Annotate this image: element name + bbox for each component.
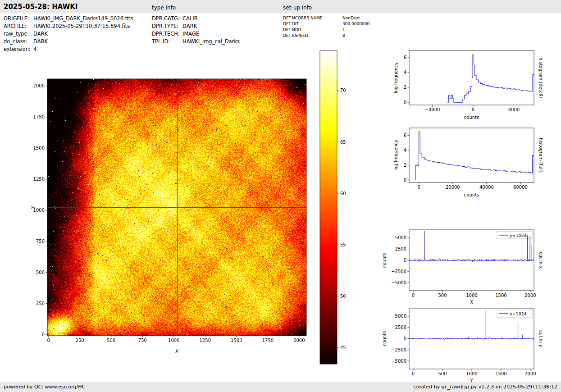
x-tick-label: 2000	[525, 371, 536, 376]
legend-label: y=1024	[510, 233, 527, 238]
hist-full-plot: 02000040000600000246countslog frequencyh…	[380, 123, 554, 206]
y-tick-label: 250	[36, 301, 45, 306]
x-tick-label: 60000	[513, 185, 528, 190]
histogram-line	[447, 55, 534, 102]
x-tick-label: 4000	[508, 107, 520, 112]
charts-area: 0250500750100012501500175020000250500750…	[0, 0, 561, 392]
x-axis-label: X	[175, 349, 178, 354]
y-tick-label: 1750	[33, 114, 45, 119]
footer-bar: powered by QC: www.eso.org/HC created by…	[0, 382, 561, 392]
x-tick-label: 0	[418, 185, 420, 190]
y-tick-label: 4	[404, 70, 406, 75]
y-tick-label: −2500	[391, 347, 406, 352]
main-image-plot: 0250500750100012501500175020000250500750…	[18, 73, 327, 359]
cut-noise-line	[410, 337, 534, 340]
x-tick-label: −4000	[425, 107, 440, 112]
x-tick-label: 1000	[466, 371, 477, 376]
y-tick-label: 0	[404, 336, 406, 341]
colorbar-tick-label: 65	[340, 140, 346, 145]
y-axis-label: Y	[31, 205, 36, 209]
histogram-line	[415, 131, 534, 180]
y-tick-label: 2	[404, 163, 406, 168]
legend-label: x=1024	[510, 311, 527, 316]
x-axis-label: counts	[464, 192, 479, 197]
x-tick-label: 500	[107, 338, 115, 343]
x-tick-label: 1500	[495, 371, 506, 376]
right-side-label: cut in x	[538, 252, 543, 269]
y-tick-label: 6	[404, 133, 406, 138]
colorbar-tick-label: 50	[340, 294, 346, 299]
colorbar-tick-label: 60	[340, 191, 346, 196]
y-tick-label: −5000	[391, 280, 406, 285]
x-tick-label: 500	[438, 371, 447, 376]
x-tick-label: 0	[47, 338, 50, 343]
y-tick-label: 500	[36, 270, 45, 275]
x-tick-label: 2000	[293, 338, 305, 343]
cut-noise-line	[410, 259, 534, 262]
hist-detail-plot: −4000040000246countslog frequencyhistogr…	[380, 45, 554, 128]
y-tick-label: 6	[404, 55, 406, 60]
y-axis-label: counts	[382, 253, 387, 268]
y-tick-label: 0	[404, 258, 406, 263]
footer-left-text: powered by QC: www.eso.org/HC	[4, 384, 85, 390]
legend: x=1024	[497, 310, 532, 317]
footer-right-text: created by qc_rawdisp.py v1.2.3 on 2025-…	[413, 384, 557, 390]
y-tick-label: 2500	[395, 325, 406, 330]
x-tick-label: 1500	[231, 338, 242, 343]
x-tick-label: 20000	[446, 185, 460, 190]
y-tick-label: 750	[36, 239, 45, 244]
x-tick-label: 2000	[525, 293, 536, 298]
colorbar-tick-label: 70	[340, 88, 346, 93]
y-tick-label: −2500	[391, 269, 406, 274]
x-tick-label: 750	[138, 338, 147, 343]
y-tick-label: 2	[404, 85, 406, 90]
y-tick-label: 0	[404, 178, 406, 182]
right-side-label: histogram (detail)	[538, 58, 543, 98]
y-axis-label: log frequency	[393, 140, 398, 171]
y-tick-label: −5000	[391, 359, 406, 364]
y-tick-label: 1500	[33, 146, 45, 150]
y-tick-label: 1250	[33, 177, 45, 182]
cut-y-plot: 0500100015002000−5000−2500025005000Ycoun…	[380, 303, 554, 392]
x-tick-label: 1000	[168, 338, 179, 343]
y-axis-label: log frequency	[393, 62, 398, 93]
y-tick-label: 4	[404, 148, 406, 153]
x-tick-label: 250	[76, 338, 84, 343]
y-tick-label: 5000	[395, 314, 406, 319]
y-tick-label: 5000	[395, 235, 406, 240]
cut-x-plot: 0500100015002000−5000−2500025005000Xcoun…	[380, 224, 554, 314]
y-tick-label: 2500	[395, 246, 406, 251]
right-side-label: histogram (full)	[538, 138, 543, 173]
y-axis-label: counts	[382, 331, 387, 346]
colorbar-axis: 455055606570	[319, 48, 361, 367]
qc-report-page: 2025-05-28: HAWKI type info set-up info …	[0, 0, 561, 392]
x-tick-label: 0	[472, 107, 474, 112]
y-tick-label: 2000	[33, 83, 45, 88]
x-tick-label: 1250	[200, 338, 211, 343]
x-axis-label: counts	[464, 115, 479, 120]
colorbar-tick-label: 45	[340, 345, 346, 350]
x-tick-label: 1500	[495, 293, 506, 298]
x-tick-label: 1000	[466, 293, 477, 298]
x-tick-label: 0	[412, 293, 415, 298]
legend: y=1024	[497, 232, 532, 239]
colorbar-tick-label: 55	[340, 242, 346, 247]
y-tick-label: 0	[404, 100, 406, 105]
x-tick-label: 0	[412, 371, 415, 376]
x-tick-label: 1750	[262, 338, 274, 343]
x-tick-label: 500	[438, 293, 447, 298]
x-tick-label: 40000	[479, 185, 494, 190]
right-side-label: cut in y	[538, 330, 543, 347]
y-tick-label: 0	[42, 332, 45, 337]
